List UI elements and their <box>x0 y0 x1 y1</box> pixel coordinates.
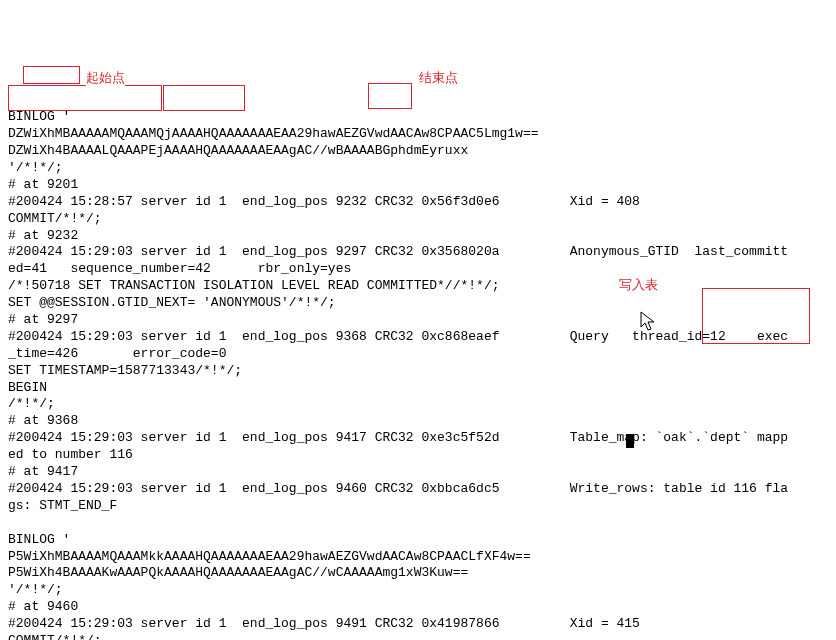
log-line: P5WiXh4BAAAAKwAAAPQkAAAAHQAAAAAAAEAAgAC/… <box>8 565 468 580</box>
log-line: BINLOG ' <box>8 109 70 124</box>
log-line: # at 9201 <box>8 177 78 192</box>
log-line: /*!*/; <box>8 396 55 411</box>
log-line: # at 9460 <box>8 599 78 614</box>
log-line: '/*!*/; <box>8 160 63 175</box>
log-line: _time=426 error_code=0 <box>8 346 226 361</box>
highlight-box-server-id <box>163 85 245 111</box>
log-line: gs: STMT_END_F <box>8 498 117 513</box>
log-line: /*!50718 SET TRANSACTION ISOLATION LEVEL… <box>8 278 499 293</box>
highlight-box-at-9201 <box>23 66 80 84</box>
log-content: BINLOG ' DZWiXhMBAAAAAMQAAAMQjAAAAHQAAAA… <box>8 92 828 640</box>
log-line: #200424 15:29:03 server id 1 end_log_pos… <box>8 616 640 631</box>
log-line: COMMIT/*!*/; <box>8 211 102 226</box>
log-line: DZWiXhMBAAAAAMQAAAMQjAAAAHQAAAAAAAEAA29h… <box>8 126 539 141</box>
log-line: ed=41 sequence_number=42 rbr_only=yes <box>8 261 351 276</box>
highlight-box-table-names <box>702 288 810 344</box>
log-line: COMMIT/*!*/; <box>8 633 102 640</box>
mouse-cursor-icon <box>624 294 658 339</box>
annotation-start-point: 起始点 <box>86 70 125 87</box>
highlight-box-end-log-pos <box>368 83 412 109</box>
log-line: DZWiXh4BAAAALQAAAPEjAAAAHQAAAAAAAEAAgAC/… <box>8 143 468 158</box>
log-line: #200424 15:29:03 server id 1 end_log_pos… <box>8 481 788 496</box>
log-line: #200424 15:29:03 server id 1 end_log_pos… <box>8 430 788 445</box>
log-line: #200424 15:29:03 server id 1 end_log_pos… <box>8 329 788 344</box>
text-caret-block <box>626 434 634 448</box>
log-line: ed to number 116 <box>8 447 133 462</box>
log-line: # at 9368 <box>8 413 78 428</box>
log-line: BEGIN <box>8 380 47 395</box>
log-line: '/*!*/; <box>8 582 63 597</box>
log-line: SET @@SESSION.GTID_NEXT= 'ANONYMOUS'/*!*… <box>8 295 336 310</box>
annotation-end-point: 结束点 <box>419 70 458 87</box>
log-line: #200424 15:28:57 server id 1 end_log_pos… <box>8 194 640 209</box>
log-line: # at 9417 <box>8 464 78 479</box>
log-line: P5WiXhMBAAAAMQAAAMkkAAAAHQAAAAAAAEAA29ha… <box>8 549 531 564</box>
log-line: BINLOG ' <box>8 532 70 547</box>
log-line: #200424 15:29:03 server id 1 end_log_pos… <box>8 244 788 259</box>
annotation-write-table: 写入表 <box>619 277 658 294</box>
highlight-box-timestamp <box>8 85 162 111</box>
log-line: # at 9232 <box>8 228 78 243</box>
log-line: # at 9297 <box>8 312 78 327</box>
log-line: SET TIMESTAMP=1587713343/*!*/; <box>8 363 242 378</box>
